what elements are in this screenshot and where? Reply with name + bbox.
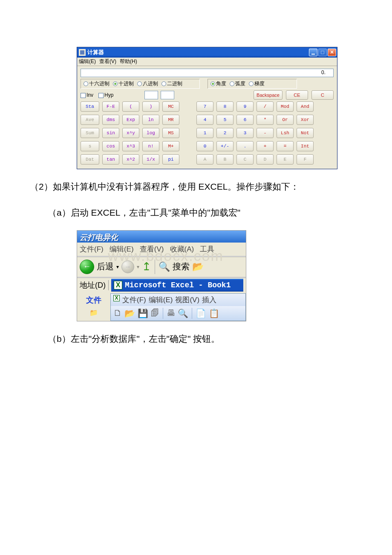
radio-bin[interactable]: 二进制 <box>161 80 182 87</box>
new-icon[interactable]: 🗋 <box>113 308 122 318</box>
search-label[interactable]: 搜索 <box>173 261 190 272</box>
btn-9[interactable]: 9 <box>236 101 254 112</box>
radio-rad[interactable]: 弧度 <box>230 80 245 87</box>
dd1[interactable] <box>144 91 158 99</box>
btn-8[interactable]: 8 <box>216 101 233 112</box>
up-icon[interactable]: ↥ <box>142 260 151 273</box>
xl-menu-insert[interactable]: 插入 <box>202 295 216 305</box>
ie-menu-fav[interactable]: 收藏(A) <box>170 245 194 253</box>
radio-deg[interactable]: 角度 <box>210 80 226 87</box>
btn-a[interactable]: A <box>196 154 213 165</box>
radio-grad[interactable]: 梯度 <box>249 80 265 87</box>
btn-ave[interactable]: Ave <box>81 115 99 125</box>
back-label[interactable]: 后退 <box>97 261 114 272</box>
xl-menu-edit[interactable]: 编辑(E) <box>149 295 173 305</box>
dd2[interactable] <box>161 91 174 99</box>
btn-neg[interactable]: +/- <box>216 141 233 151</box>
btn-dat[interactable]: Dat <box>81 154 99 165</box>
btn-2[interactable]: 2 <box>216 128 233 138</box>
btn-sum[interactable]: Sum <box>81 128 99 138</box>
ie-menu-file[interactable]: 文件(F) <box>80 245 104 253</box>
btn-mc[interactable]: MC <box>162 101 179 112</box>
btn-3[interactable]: 3 <box>236 128 254 138</box>
excel-titlebar[interactable]: X Microsoft Excel - Book1 <box>111 279 243 292</box>
btn-mr[interactable]: MR <box>162 115 179 125</box>
btn-eq[interactable]: = <box>277 141 294 151</box>
btn-mod[interactable]: Mod <box>277 101 294 112</box>
btn-cos[interactable]: cos <box>102 141 119 151</box>
back-chevron-icon[interactable]: ▾ <box>116 264 119 270</box>
btn-xor[interactable]: Xor <box>297 115 314 125</box>
btn-int[interactable]: Int <box>297 141 314 151</box>
search-icon[interactable]: 🔍 <box>159 261 170 272</box>
minimize-button[interactable] <box>309 49 317 56</box>
print-icon[interactable]: 🖶 <box>167 308 175 318</box>
files-button[interactable]: 文件 <box>86 295 101 305</box>
btn-e[interactable]: E <box>277 154 294 165</box>
btn-and[interactable]: And <box>297 101 314 112</box>
copy-icon[interactable]: 📄 <box>196 308 206 318</box>
btn-sta[interactable]: Sta <box>81 101 99 112</box>
xl-menu-view[interactable]: 视图(V) <box>175 295 199 305</box>
btn-add[interactable]: + <box>257 141 274 151</box>
btn-div[interactable]: / <box>257 101 274 112</box>
preview-icon[interactable]: 🔍 <box>178 308 188 318</box>
back-icon[interactable]: ← <box>80 260 94 274</box>
btn-tan[interactable]: tan <box>102 154 119 165</box>
backspace-button[interactable]: Backspace <box>254 90 282 100</box>
menu-edit[interactable]: 编辑(E) <box>79 58 96 65</box>
radio-oct[interactable]: 八进制 <box>137 80 158 87</box>
btn-sin[interactable]: sin <box>102 128 119 138</box>
btn-0[interactable]: 0 <box>196 141 213 151</box>
saveall-icon[interactable]: 🗐 <box>151 308 159 318</box>
btn-exp[interactable]: Exp <box>122 115 139 125</box>
btn-xy[interactable]: x^y <box>122 128 139 138</box>
btn-4[interactable]: 4 <box>196 115 213 125</box>
menu-help[interactable]: 帮助(H) <box>120 58 137 65</box>
save-icon[interactable]: 💾 <box>138 308 148 318</box>
btn-mplus[interactable]: M+ <box>162 141 179 151</box>
btn-d[interactable]: D <box>257 154 274 165</box>
btn-mul[interactable]: * <box>257 115 274 125</box>
calc-titlebar[interactable]: 计算器 × <box>77 47 337 58</box>
c-button[interactable]: C <box>311 90 334 100</box>
btn-7[interactable]: 7 <box>196 101 213 112</box>
ie-menu-view[interactable]: 查看(V) <box>140 245 164 253</box>
btn-5[interactable]: 5 <box>216 115 233 125</box>
excel-doc-icon[interactable]: X <box>113 295 120 301</box>
radio-hex[interactable]: 十六进制 <box>84 80 110 87</box>
open-icon[interactable]: 📂 <box>124 308 135 318</box>
radio-dec[interactable]: 十进制 <box>113 80 134 87</box>
btn-1x[interactable]: 1/x <box>142 154 159 165</box>
btn-b[interactable]: B <box>216 154 233 165</box>
forward-icon[interactable]: → <box>121 260 134 273</box>
ce-button[interactable]: CE <box>286 90 308 100</box>
folders-icon[interactable]: 📂 <box>192 261 204 272</box>
xl-menu-file[interactable]: 文件(F) <box>122 295 146 305</box>
checkbox-inv[interactable]: Inv <box>81 92 93 98</box>
btn-ms[interactable]: MS <box>162 128 179 138</box>
btn-ln[interactable]: ln <box>142 115 159 125</box>
btn-dms[interactable]: dms <box>102 115 119 125</box>
btn-x2[interactable]: x^2 <box>122 154 139 165</box>
btn-dot[interactable]: . <box>236 141 254 151</box>
btn-pi[interactable]: pi <box>162 154 179 165</box>
btn-sub[interactable]: - <box>257 128 274 138</box>
paste-icon[interactable]: 📋 <box>209 308 219 318</box>
btn-nfact[interactable]: n! <box>142 141 159 151</box>
btn-1[interactable]: 1 <box>196 128 213 138</box>
checkbox-hyp[interactable]: Hyp <box>98 92 113 98</box>
btn-6[interactable]: 6 <box>236 115 254 125</box>
btn-f[interactable]: F <box>297 154 314 165</box>
btn-lsh[interactable]: Lsh <box>277 128 294 138</box>
btn-s[interactable]: s <box>81 141 99 151</box>
btn-lparen[interactable]: ( <box>122 101 139 112</box>
btn-or[interactable]: Or <box>277 115 294 125</box>
btn-rparen[interactable]: ) <box>142 101 159 112</box>
btn-log[interactable]: log <box>142 128 159 138</box>
folder-icon[interactable]: 📁 <box>89 309 98 317</box>
btn-x3[interactable]: x^3 <box>122 141 139 151</box>
ie-menu-edit[interactable]: 编辑(E) <box>110 245 134 253</box>
btn-cc[interactable]: C <box>236 154 254 165</box>
menu-view[interactable]: 查看(V) <box>99 58 116 65</box>
